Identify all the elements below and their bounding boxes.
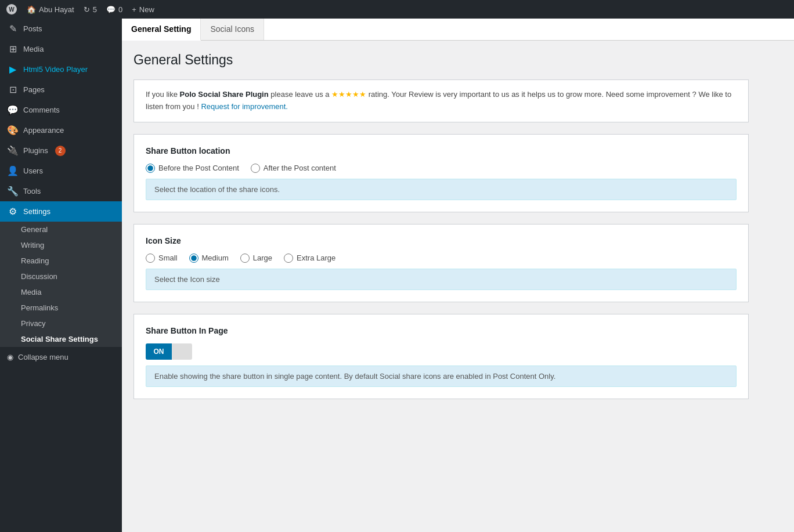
posts-icon: ✎ xyxy=(7,23,19,34)
sidebar-item-tools[interactable]: 🔧 Tools xyxy=(0,181,122,201)
toggle-on-label: ON xyxy=(146,343,172,360)
share-button-in-page-section: Share Button In Page ON Enable showing t… xyxy=(133,314,749,399)
comments-icon: 💬 xyxy=(7,104,19,115)
share-location-radio-group: Before the Post Content After the Post c… xyxy=(146,164,737,173)
users-icon: 👤 xyxy=(7,165,19,176)
submenu-permalinks[interactable]: Permalinks xyxy=(0,300,122,316)
tab-general-setting[interactable]: General Setting xyxy=(122,19,201,41)
sidebar-item-posts[interactable]: ✎ Posts xyxy=(0,19,122,39)
radio-before-post-input[interactable] xyxy=(146,164,155,173)
collapse-menu-button[interactable]: ◉ Collapse menu xyxy=(0,347,122,367)
share-button-location-section: Share Button location Before the Post Co… xyxy=(133,134,749,212)
sidebar-item-label: Html5 Video Player xyxy=(23,65,88,74)
radio-extra-large[interactable]: Extra Large xyxy=(284,254,335,263)
submenu-reading[interactable]: Reading xyxy=(0,253,122,269)
sidebar-item-label: Appearance xyxy=(23,126,64,135)
notice-box: If you like Polo Social Share Plugin ple… xyxy=(133,79,749,122)
svg-text:W: W xyxy=(9,6,15,13)
wp-logo[interactable]: W xyxy=(6,3,17,15)
new-button[interactable]: + New xyxy=(132,5,154,14)
submenu-media[interactable]: Media xyxy=(0,284,122,300)
icon-size-title: Icon Size xyxy=(146,236,737,245)
collapse-label: Collapse menu xyxy=(18,353,68,361)
radio-large-input[interactable] xyxy=(240,254,250,263)
media-icon: ⊞ xyxy=(7,44,19,55)
appearance-icon: 🎨 xyxy=(7,125,19,136)
radio-extra-large-label: Extra Large xyxy=(297,254,335,262)
share-in-page-toggle[interactable]: ON xyxy=(146,343,192,360)
sidebar-item-label: Media xyxy=(23,45,44,53)
submenu-writing[interactable]: Writing xyxy=(0,237,122,253)
submenu-privacy[interactable]: Privacy xyxy=(0,316,122,331)
toggle-off-area xyxy=(172,343,192,360)
comments-count[interactable]: 💬 0 xyxy=(106,5,122,14)
plugins-badge: 2 xyxy=(55,146,66,156)
sidebar-item-media[interactable]: ⊞ Media xyxy=(0,39,122,59)
notice-text-before: If you like xyxy=(146,90,180,99)
collapse-icon: ◉ xyxy=(7,353,13,361)
plugin-name: Polo Social Share Plugin xyxy=(180,90,269,99)
radio-after-post-label: After the Post content xyxy=(264,164,336,172)
settings-icon: ⚙ xyxy=(7,206,19,217)
sidebar-item-plugins[interactable]: 🔌 Plugins 2 xyxy=(0,140,122,161)
radio-medium-label: Medium xyxy=(202,254,229,262)
submenu-discussion[interactable]: Discussion xyxy=(0,269,122,284)
sidebar-item-users[interactable]: 👤 Users xyxy=(0,161,122,181)
sidebar-item-comments[interactable]: 💬 Comments xyxy=(0,100,122,120)
page-title: General Settings xyxy=(133,52,749,68)
icon-size-radio-group: Small Medium Large Extra Large xyxy=(146,254,737,263)
toggle-wrap: ON xyxy=(146,343,737,360)
radio-extra-large-input[interactable] xyxy=(284,254,293,263)
icon-size-help: Select the Icon size xyxy=(146,269,737,290)
updates-count[interactable]: ↻ 5 xyxy=(84,5,97,14)
radio-small-label: Small xyxy=(158,254,178,262)
radio-after-post-input[interactable] xyxy=(251,164,260,173)
radio-large-label: Large xyxy=(253,254,272,262)
plugins-icon: 🔌 xyxy=(7,145,19,156)
share-button-location-title: Share Button location xyxy=(146,146,737,155)
sidebar-item-settings[interactable]: ⚙ Settings xyxy=(0,201,122,222)
main-content: General Setting Social Icons General Set… xyxy=(122,19,794,532)
submenu-general[interactable]: General xyxy=(0,222,122,237)
admin-bar: W 🏠 Abu Hayat ↻ 5 💬 0 + New xyxy=(0,0,794,19)
share-button-in-page-title: Share Button In Page xyxy=(146,326,737,335)
share-location-help: Select the location of the share icons. xyxy=(146,179,737,200)
radio-before-post-label: Before the Post Content xyxy=(158,164,239,172)
radio-small-input[interactable] xyxy=(146,254,155,263)
radio-large[interactable]: Large xyxy=(240,254,272,263)
improvement-link[interactable]: Request for improvement. xyxy=(201,102,288,111)
subnav: General Setting Social Icons xyxy=(122,19,794,41)
submenu-social-share-settings[interactable]: Social Share Settings xyxy=(0,331,122,347)
radio-after-post[interactable]: After the Post content xyxy=(251,164,336,173)
sidebar-item-pages[interactable]: ⊡ Pages xyxy=(0,79,122,100)
settings-submenu: General Writing Reading Discussion Media… xyxy=(0,222,122,347)
radio-medium[interactable]: Medium xyxy=(189,254,229,263)
sidebar-item-label: Pages xyxy=(23,85,45,94)
sidebar-item-appearance[interactable]: 🎨 Appearance xyxy=(0,120,122,140)
icon-size-section: Icon Size Small Medium Large xyxy=(133,224,749,302)
radio-before-post[interactable]: Before the Post Content xyxy=(146,164,239,173)
notice-text-middle: please leave us a xyxy=(270,90,331,99)
sidebar-item-label: Posts xyxy=(23,24,42,33)
radio-small[interactable]: Small xyxy=(146,254,178,263)
stars: ★★★★★ xyxy=(331,90,366,99)
video-icon: ▶ xyxy=(7,64,19,75)
pages-icon: ⊡ xyxy=(7,84,19,95)
sidebar-item-label: Tools xyxy=(23,187,41,196)
tab-social-icons[interactable]: Social Icons xyxy=(201,19,264,40)
settings-content: General Settings If you like Polo Social… xyxy=(122,41,760,422)
sidebar-item-label: Plugins xyxy=(23,146,48,155)
sidebar-item-label: Users xyxy=(23,167,43,175)
share-in-page-help: Enable showing the share button in singl… xyxy=(146,365,737,387)
site-name[interactable]: 🏠 Abu Hayat xyxy=(27,5,74,14)
sidebar-item-label: Settings xyxy=(23,207,50,216)
admin-sidebar: ✎ Posts ⊞ Media ▶ Html5 Video Player ⊡ P… xyxy=(0,19,122,532)
radio-medium-input[interactable] xyxy=(189,254,198,263)
sidebar-item-html5-video-player[interactable]: ▶ Html5 Video Player xyxy=(0,59,122,79)
tools-icon: 🔧 xyxy=(7,186,19,197)
sidebar-item-label: Comments xyxy=(23,106,60,114)
